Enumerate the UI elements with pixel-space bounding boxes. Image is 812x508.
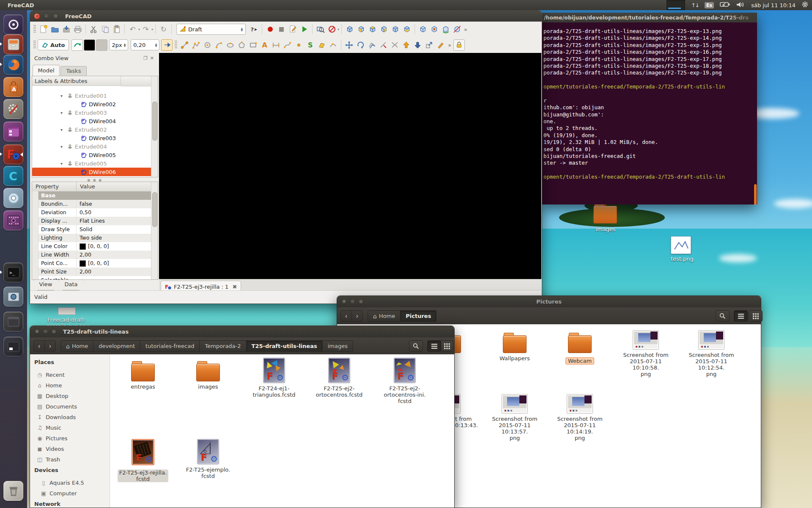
tree-item-extrude001[interactable]: ▾Extrude001 (32, 91, 151, 100)
macro-stop-button[interactable] (276, 24, 287, 35)
draft-text-button[interactable]: A (259, 40, 270, 50)
launcher-item-purple-app[interactable] (3, 121, 23, 141)
search-button[interactable] (409, 340, 423, 352)
redo-button[interactable]: ↷ (140, 24, 151, 35)
draft-upgrade-button[interactable] (401, 40, 411, 50)
expander-icon[interactable]: ▾ (60, 110, 63, 115)
breadcrumb-home[interactable]: ⌂Home (60, 340, 93, 352)
draft-join-button[interactable] (390, 40, 400, 50)
draft-facebinder-button[interactable] (316, 40, 327, 50)
3d-viewport[interactable] (159, 53, 541, 279)
draft-offset-button[interactable] (367, 40, 377, 50)
panel-splitter[interactable]: ● ● ● (32, 178, 158, 182)
toolbar-grip[interactable] (33, 41, 36, 49)
volume-icon[interactable] (736, 2, 745, 9)
sidebar-item-computer[interactable]: ▣Computer (30, 488, 110, 499)
minimize-icon[interactable]: – (43, 329, 48, 334)
sidebar-item-documents[interactable]: ▤Documents (30, 401, 110, 412)
file-item-ejemplo[interactable]: F⚙ F2-T25-ejemplo.fcstd (181, 439, 236, 479)
view-left-button[interactable] (417, 24, 428, 35)
maximize-icon[interactable]: ▫ (51, 329, 57, 334)
launcher-item-music-app[interactable] (3, 210, 23, 230)
macro-play-button[interactable] (299, 24, 310, 35)
macro-record-button[interactable] (265, 24, 275, 35)
view-rotate-button[interactable] (440, 24, 451, 35)
property-row[interactable]: Line Width2,00 (32, 251, 151, 259)
refresh-button[interactable]: ↻ (158, 24, 169, 35)
launcher-item-files[interactable] (3, 34, 23, 54)
draft-edit-button[interactable] (435, 40, 446, 50)
face-color-swatch[interactable] (96, 39, 107, 51)
sidebar-item-videos[interactable]: ◼Videos (30, 444, 110, 454)
paste-button[interactable] (111, 24, 122, 35)
tree-item-dwire006-selected[interactable]: DWire006 (32, 168, 151, 176)
network-arrows-icon[interactable]: ↑↓ (691, 2, 699, 8)
file-item-wallpapers[interactable]: Wallpapers (487, 332, 542, 362)
working-plane-auto-button[interactable]: Auto (38, 39, 69, 50)
view-axonometric-button[interactable] (344, 24, 355, 35)
draft-ellipse-button[interactable] (225, 40, 236, 50)
redo-dropdown-icon[interactable]: ▾ (151, 28, 153, 31)
tab-view[interactable]: View (33, 280, 58, 290)
draw-style-dropdown-icon[interactable]: ▾ (337, 28, 339, 31)
save-button[interactable] (61, 24, 71, 35)
breadcrumb-temporada-2[interactable]: Temporada-2 (200, 340, 246, 352)
view-top-button[interactable] (367, 24, 378, 35)
whats-this-button[interactable]: ?➤ (249, 24, 259, 35)
value-column-header[interactable]: Value (76, 182, 95, 191)
file-item-screenshot2[interactable]: Screenshot from2015-07-11 10:12:54.png (684, 330, 739, 377)
expander-icon[interactable]: ▾ (60, 161, 63, 166)
file-item-webcam[interactable]: Webcam (552, 332, 607, 364)
panel-float-icon[interactable]: ❐ (143, 55, 150, 61)
spinner-arrows-icon[interactable]: ▲▼ (155, 43, 157, 47)
property-row[interactable]: Draw StyleSolid (32, 225, 151, 234)
draft-wire-button[interactable] (191, 40, 201, 50)
draft-trimex-button[interactable] (378, 40, 389, 50)
launcher-item-chromium[interactable] (3, 188, 23, 208)
panel-close-icon[interactable]: ✕ (150, 55, 156, 61)
construction-mode-toggle[interactable] (161, 39, 173, 51)
draft-line-button[interactable] (179, 40, 190, 50)
launcher-item-trash[interactable] (3, 481, 23, 501)
draft-move-button[interactable] (344, 40, 354, 50)
tree-item-dwire005[interactable]: DWire005 (32, 151, 151, 159)
copy-button[interactable] (100, 24, 110, 35)
print-button[interactable] (72, 24, 83, 35)
property-row[interactable]: Point Size2,00 (32, 268, 151, 276)
list-view-button[interactable] (734, 310, 748, 322)
tree-item-extrude002[interactable]: ▾Extrude002 (32, 125, 151, 134)
view-front-button[interactable] (356, 24, 366, 35)
sidebar-item-recent[interactable]: ◷Recent (30, 370, 110, 380)
breadcrumb-home[interactable]: ⌂Home (368, 310, 401, 322)
tree-item-extrude004[interactable]: ▾Extrude004 (32, 142, 151, 151)
launcher-item-media-app[interactable] (3, 337, 23, 356)
toolbar-overflow-icon[interactable]: » (448, 42, 451, 48)
view-bottom-button[interactable] (401, 24, 412, 35)
tree-scrollbar[interactable] (151, 76, 158, 177)
active-app-name[interactable]: FreeCAD (8, 2, 34, 8)
tree-item-dwire004[interactable]: DWire004 (32, 117, 151, 125)
minimize-icon[interactable]: – (43, 13, 49, 19)
draft-shapestring-button[interactable]: S (305, 40, 315, 50)
breadcrumb-tutoriales-freecad[interactable]: tutoriales-freecad (140, 340, 200, 352)
tab-model[interactable]: Model (33, 65, 60, 76)
launcher-item-software-center[interactable]: A (3, 77, 23, 97)
tree-item-extrude005[interactable]: ▾Extrude005 (32, 159, 151, 168)
property-group-base[interactable]: Base (32, 191, 151, 200)
open-button[interactable] (49, 24, 60, 35)
desktop-icon-images[interactable]: images (593, 206, 618, 232)
tree-item-dwire003[interactable]: DWire003 (32, 134, 151, 142)
window-preview[interactable] (667, 0, 685, 10)
terminal-scrollbar[interactable] (754, 184, 757, 204)
property-row-partial[interactable]: Selectable (32, 276, 151, 280)
fm2-titlebar[interactable]: ✕ – ▫ Pictures (337, 296, 761, 307)
view-right-button[interactable] (379, 24, 389, 35)
sidebar-item-home[interactable]: ⌂Home (30, 380, 110, 391)
breadcrumb-t25-draft-utils-lineas[interactable]: T25-draft-utils-lineas (247, 340, 323, 352)
view-rear-button[interactable] (390, 24, 401, 35)
launcher-item-window-app[interactable] (3, 312, 23, 331)
workbench-selector[interactable]: Draft ▲▼ (176, 24, 246, 35)
view-iso-button[interactable] (429, 24, 439, 35)
expander-icon[interactable]: ▾ (60, 127, 63, 132)
maximize-icon[interactable]: ▫ (52, 13, 59, 19)
